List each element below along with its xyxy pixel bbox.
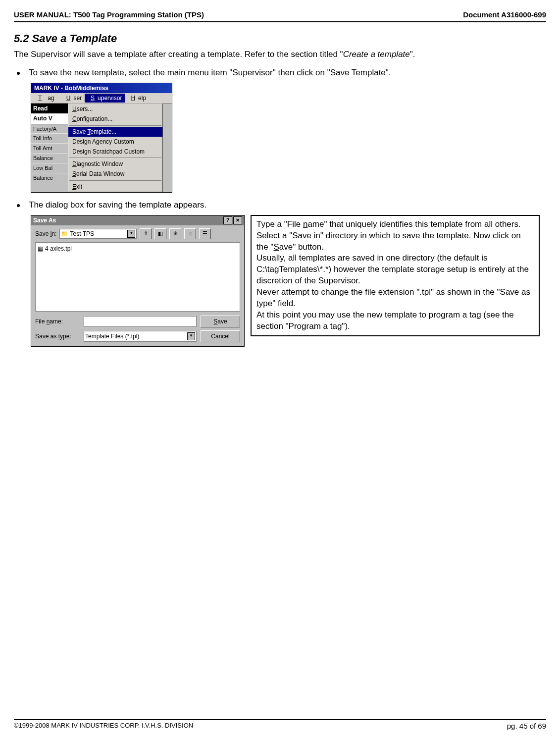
page-header: USER MANUAL: T500 Tag Programming Statio… <box>14 10 546 22</box>
menu-item-design-scratch[interactable]: Design Scratchpad Custom <box>68 147 162 157</box>
dialog-toolbar: Save in: 📁 Test TPS ▼ ⇧ ◧ ✳ ≣ ☰ <box>31 225 244 242</box>
save-in-value: Test TPS <box>70 230 94 237</box>
intro-post: ". <box>410 50 415 59</box>
intro-pre: The Supervisor will save a template afte… <box>14 50 343 59</box>
menu-tag[interactable]: Tag <box>32 94 60 103</box>
file-name-input[interactable] <box>84 316 197 327</box>
menu-separator <box>69 125 161 126</box>
header-left: USER MANUAL: T500 Tag Programming Statio… <box>14 10 204 20</box>
menu-item-diagnostic[interactable]: Diagnostic Window <box>68 159 162 169</box>
file-name-label: File name: <box>35 318 80 325</box>
menu-separator <box>69 180 161 181</box>
file-item-name: 4 axles.tpl <box>45 245 72 253</box>
menu-supervisor[interactable]: Supervisor <box>85 94 125 103</box>
left-read: Read <box>31 104 68 113</box>
save-type-value: Template Files (*.tpl) <box>85 332 139 340</box>
intro-text: The Supervisor will save a template afte… <box>14 49 546 60</box>
menu-item-users[interactable]: Users... <box>68 104 162 114</box>
callout-p4: At this point you may use the new templa… <box>256 310 534 332</box>
app-titlebar: MARK IV - BobMiddlemiss <box>31 83 172 93</box>
callout-p1: Type a "File name" that uniquely identif… <box>256 219 534 253</box>
dialog-titlebar: Save As ? ✕ <box>31 215 244 225</box>
bullet-icon <box>17 204 20 207</box>
menu-separator <box>69 158 161 158</box>
left-auto: Auto V <box>31 113 68 124</box>
menu-item-save-template[interactable]: Save Template... <box>68 127 162 137</box>
save-in-label: Save in: <box>35 230 56 238</box>
folder-icon: 📁 <box>61 230 68 237</box>
callout-p3: Never attempt to change the file extensi… <box>256 287 534 310</box>
save-in-combo[interactable]: 📁 Test TPS ▼ <box>59 229 137 239</box>
menu-help[interactable]: Help <box>125 94 149 103</box>
menu-user[interactable]: User <box>60 94 85 103</box>
file-list[interactable]: ▦ 4 axles.tpl <box>35 242 240 312</box>
dialog-title: Save As <box>33 216 56 224</box>
menu-item-exit[interactable]: Exit <box>68 182 162 192</box>
left-lowbal: Low Bal <box>31 163 68 173</box>
close-icon[interactable]: ✕ <box>233 216 242 224</box>
bullet-icon <box>17 72 20 75</box>
new-folder-icon[interactable]: ✳ <box>169 228 181 239</box>
left-factory: Factory/A <box>31 124 68 134</box>
left-balance2: Balance <box>31 173 68 183</box>
page-footer: ©1999-2008 MARK IV INDUSTRIES CORP. I.V.… <box>14 719 546 731</box>
menu-item-config[interactable]: Configuration... <box>68 114 162 124</box>
bullet-1: To save the new template, select the mai… <box>14 67 546 79</box>
list-view-icon[interactable]: ≣ <box>184 228 196 239</box>
up-folder-icon[interactable]: ⇧ <box>140 228 152 239</box>
screenshot-save-as: Save As ? ✕ Save in: 📁 Test TPS ▼ ⇧ ◧ ✳ … <box>31 215 245 347</box>
menu-item-serial[interactable]: Serial Data Window <box>68 169 162 179</box>
footer-copyright: ©1999-2008 MARK IV INDUSTRIES CORP. I.V.… <box>14 721 193 731</box>
supervisor-dropdown: Users... Configuration... Save Template.… <box>68 104 163 192</box>
save-type-label: Save as type: <box>35 332 80 340</box>
chevron-down-icon[interactable]: ▼ <box>187 332 195 340</box>
save-type-combo[interactable]: Template Files (*.tpl) ▼ <box>84 331 197 342</box>
left-balance: Balance <box>31 154 68 163</box>
chevron-down-icon[interactable]: ▼ <box>127 230 135 238</box>
help-icon[interactable]: ? <box>223 216 232 224</box>
bullet-1-text: To save the new template, select the mai… <box>29 67 391 79</box>
menu-item-design-agency[interactable]: Design Agency Custom <box>68 137 162 147</box>
file-icon: ▦ <box>38 245 43 253</box>
header-right: Document A316000-699 <box>463 10 546 20</box>
callout-p2: Usually, all templates are saved in one … <box>256 253 534 287</box>
left-tollamt: Toll Amt <box>31 144 68 154</box>
menubar: Tag User Supervisor Help <box>31 93 172 104</box>
footer-page: pg. 45 of 69 <box>507 721 546 731</box>
desktop-icon[interactable]: ◧ <box>154 228 166 239</box>
intro-italic: Create a template <box>343 50 410 59</box>
bullet-2: The dialog box for saving the template a… <box>14 200 546 211</box>
details-view-icon[interactable]: ☰ <box>199 228 211 239</box>
save-button[interactable]: Save <box>201 316 240 327</box>
bullet-2-text: The dialog box for saving the template a… <box>29 200 206 211</box>
callout-box: Type a "File name" that uniquely identif… <box>251 215 540 336</box>
app-left-panel: Read Auto V Factory/A Toll Info Toll Amt… <box>31 104 68 183</box>
section-title: 5.2 Save a Template <box>14 31 546 46</box>
cancel-button[interactable]: Cancel <box>201 330 240 342</box>
screenshot-menu: MARK IV - BobMiddlemiss Tag User Supervi… <box>31 83 172 193</box>
file-item[interactable]: ▦ 4 axles.tpl <box>38 245 238 253</box>
left-tollinfo: Toll Info <box>31 134 68 144</box>
